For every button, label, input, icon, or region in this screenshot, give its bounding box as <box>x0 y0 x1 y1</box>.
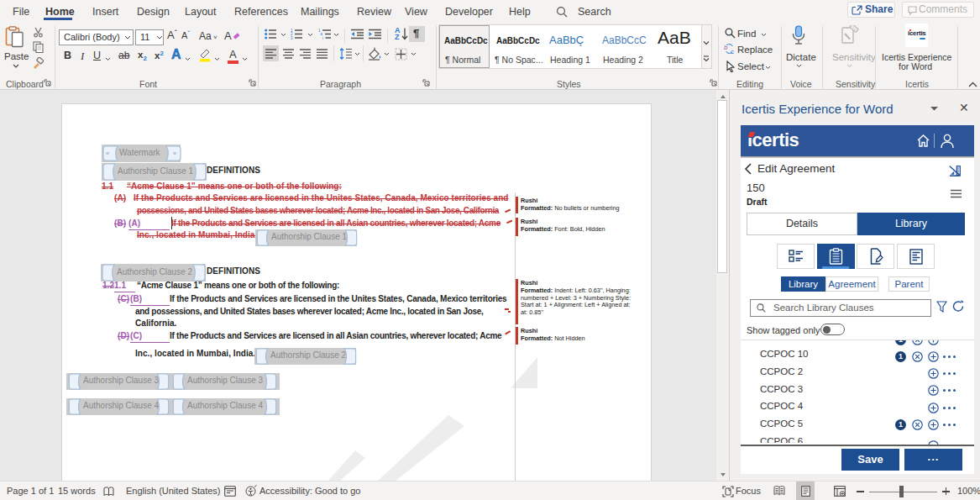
svg-text:c: c <box>731 48 734 55</box>
svg-text:3: 3 <box>291 36 293 39</box>
svg-text:«: « <box>106 150 109 156</box>
svg-text:»: » <box>173 150 176 156</box>
svg-text:i: i <box>322 36 323 39</box>
